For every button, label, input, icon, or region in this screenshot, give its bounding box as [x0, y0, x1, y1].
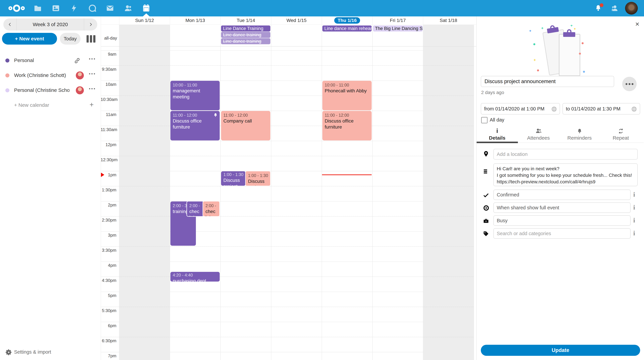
all-day-event[interactable]: Line Dance Training [221, 25, 270, 31]
all-day-cell-sun[interactable] [119, 25, 170, 46]
globe-icon[interactable] [631, 106, 637, 113]
time-label: 5pm [100, 293, 116, 298]
visibility-select[interactable]: When shared show full event [494, 202, 630, 213]
event-discuss-project[interactable]: 1:00 - 1:30 Discuss project [245, 171, 271, 186]
today-button[interactable]: Today [60, 33, 80, 44]
all-day-cell-mon[interactable] [170, 25, 220, 46]
event-editor-panel: × 2 days ago All day i [476, 16, 644, 360]
day-header-wed[interactable]: Wed 1/15 [271, 16, 322, 24]
event-management-meeting[interactable]: 10:00 - 11:00 management meeting [170, 81, 220, 110]
grid-line [100, 322, 474, 322]
day-column-sun[interactable] [119, 46, 170, 360]
day-header-row: Sun 1/12 Mon 1/13 Tue 1/14 Wed 1/15 Thu … [100, 16, 476, 24]
event-discuss-office-furniture-mon[interactable]: 11:00 - 12:00 Discuss office furniture [170, 111, 220, 140]
calendar-name: Personal (Christine Scho...) [14, 87, 70, 93]
files-folder-icon[interactable] [30, 0, 46, 16]
globe-icon[interactable] [551, 106, 557, 113]
more-dots-icon[interactable]: ••• [89, 71, 96, 76]
info-i-icon[interactable]: i [633, 217, 635, 224]
grid-line [100, 201, 474, 201]
info-i-icon[interactable]: i [633, 191, 635, 198]
activity-lightning-icon[interactable] [66, 0, 82, 16]
info-i-icon[interactable]: i [633, 204, 635, 211]
new-calendar-button[interactable]: + New calendar + [0, 100, 100, 109]
day-header-mon[interactable]: Mon 1/13 [170, 16, 220, 24]
event-phonecall-with-abby[interactable]: 10:00 - 11:00 Phonecall with Abby [322, 81, 372, 110]
event-check-in-salmon[interactable]: 2:00 - 2:30 check-in [202, 201, 220, 217]
update-button[interactable]: Update [481, 345, 640, 356]
location-input[interactable] [494, 149, 638, 160]
day-header-thu-today[interactable]: Thu 1/16 [322, 16, 372, 24]
grid-line [100, 292, 474, 292]
more-dots-icon[interactable]: ••• [89, 56, 96, 61]
day-header-fri[interactable]: Fri 1/17 [372, 16, 423, 24]
day-column-fri[interactable] [372, 46, 423, 360]
categories-input[interactable] [494, 228, 630, 239]
event-discuss-office-furniture-thu[interactable]: 11:00 - 12:00 Discuss office furniture [322, 111, 372, 140]
all-day-cell-sat[interactable] [423, 25, 474, 46]
end-datetime-field[interactable] [562, 103, 640, 114]
time-label: 10am [100, 82, 116, 87]
tab-reminders[interactable]: Reminders [559, 127, 600, 142]
all-day-section: all-day Line Dance Training Line dance t… [100, 24, 476, 46]
time-label: 11am [100, 112, 116, 117]
mail-envelope-icon[interactable] [102, 0, 118, 16]
day-column-tue[interactable] [220, 46, 271, 360]
talk-bubble-icon[interactable] [84, 0, 100, 16]
event-company-call[interactable]: 11:00 - 12:00 Company call [221, 111, 270, 140]
description-textarea[interactable]: Hi Carl! are you in next week? I got som… [494, 163, 638, 186]
tab-details[interactable]: i Details [477, 127, 518, 142]
info-i-icon[interactable]: i [633, 229, 635, 237]
new-event-button[interactable]: + New event [2, 33, 57, 44]
chevron-right-icon [88, 22, 93, 27]
close-icon[interactable]: × [633, 20, 641, 28]
tab-repeat[interactable]: Repeat [600, 127, 641, 142]
start-datetime-field[interactable] [481, 103, 560, 114]
contacts-menu-icon[interactable] [606, 0, 623, 16]
all-day-checkbox[interactable] [481, 117, 488, 123]
event-discuss-project-announcement[interactable]: 1:00 - 1:30 Discuss project announcement [221, 171, 246, 186]
all-day-event-declined[interactable]: Line dance training [221, 32, 270, 38]
chevron-left-icon [8, 22, 12, 27]
calendar-item-personal-christine[interactable]: Personal (Christine Scho...) ••• [0, 85, 100, 96]
notification-bell-icon[interactable] [590, 0, 606, 16]
grid-line-dotted [100, 307, 474, 307]
time-label: 5:30pm [100, 308, 116, 313]
tab-attendees[interactable]: Attendees [518, 127, 559, 142]
grid-line [100, 141, 474, 141]
time-label: 6:30pm [100, 338, 116, 344]
status-select[interactable]: Confirmed [494, 190, 630, 200]
day-header-sun[interactable]: Sun 1/12 [119, 16, 170, 24]
grid-line-dotted [100, 156, 474, 156]
contacts-people-icon[interactable] [120, 0, 136, 16]
freebusy-select[interactable]: Busy [494, 215, 630, 226]
day-column-sat[interactable] [423, 46, 474, 360]
current-time-line [322, 174, 372, 175]
columns-view-icon[interactable] [86, 35, 96, 42]
previous-week-button[interactable] [3, 18, 17, 30]
next-week-button[interactable] [84, 18, 97, 30]
share-link-icon[interactable] [74, 57, 80, 65]
event-title-input[interactable] [481, 76, 614, 87]
all-day-event[interactable]: The Big Line Dancing Show [373, 25, 422, 31]
all-day-cell-wed[interactable] [271, 25, 322, 46]
day-header-sat[interactable]: Sat 1/18 [423, 16, 474, 24]
week-label[interactable]: Week 3 of 2020 [17, 22, 84, 27]
all-day-event[interactable]: Line dance main rehearsal [322, 25, 372, 31]
all-day-event-declined[interactable]: Line dance training [221, 38, 270, 44]
day-header-tue[interactable]: Tue 1/14 [220, 16, 271, 24]
grid-line-dotted [100, 186, 474, 186]
event-check-in-purple[interactable]: 2:00 - 2:30 check-in [186, 201, 204, 217]
last-modified-label: 2 days ago [481, 90, 504, 95]
calendar-item-work-christine[interactable]: Work (Christine Schott) ••• [0, 70, 100, 81]
more-actions-button[interactable] [622, 77, 636, 91]
nextcloud-logo-icon[interactable] [6, 0, 27, 16]
photos-icon[interactable] [48, 0, 64, 16]
day-column-wed[interactable] [271, 46, 322, 360]
event-purchasing-dept[interactable]: 4:20 - 4:40 purchasing dept [170, 272, 220, 282]
more-dots-icon[interactable]: ••• [89, 86, 96, 91]
user-avatar[interactable] [623, 0, 640, 16]
grid-line [100, 80, 474, 81]
settings-import-button[interactable]: Settings & import [0, 347, 100, 358]
calendar-item-personal[interactable]: Personal ••• [0, 55, 100, 66]
